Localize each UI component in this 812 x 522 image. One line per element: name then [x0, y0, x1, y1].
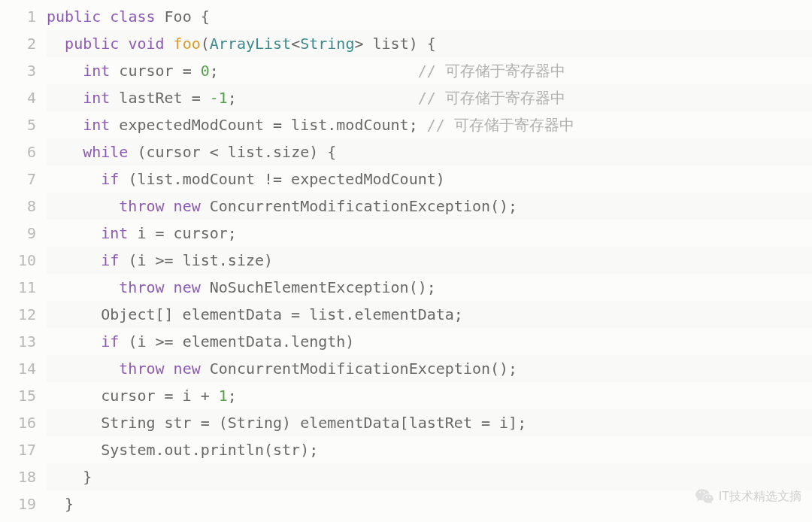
code-line: public class Foo {: [47, 3, 812, 30]
token-kw: if: [101, 170, 119, 188]
line-number: 18: [0, 463, 36, 490]
code-line: int expectedModCount = list.modCount; //…: [47, 111, 812, 138]
token-pln: (list.modCount != expectedModCount): [119, 170, 444, 188]
token-kw: int: [83, 116, 110, 134]
token-pln: (i >= elementData.length): [119, 332, 354, 351]
code-line: throw new ConcurrentModificationExceptio…: [47, 355, 812, 382]
token-kw: while: [83, 143, 128, 161]
token-pln: System.out.println(str);: [47, 441, 318, 459]
token-pln: Foo {: [156, 8, 210, 26]
line-number: 15: [0, 382, 36, 409]
token-kw: int: [83, 89, 110, 107]
token-pln: cursor =: [110, 62, 200, 80]
token-fn: foo: [174, 35, 201, 53]
token-cmt: // 可存储于寄存器中: [427, 116, 574, 134]
code-line: if (list.modCount != expectedModCount): [47, 165, 812, 193]
code-content: public class Foo { public void foo(Array…: [47, 3, 812, 519]
token-kw: throw: [119, 197, 164, 215]
token-pln: <: [291, 35, 300, 53]
token-pln: [101, 8, 110, 26]
line-number: 4: [0, 84, 36, 111]
token-pln: [47, 143, 83, 161]
token-pln: [47, 278, 119, 296]
token-pln: [47, 35, 65, 53]
token-kw: new: [174, 278, 201, 296]
token-pln: [47, 197, 119, 215]
token-pln: (: [201, 35, 210, 53]
code-line: int cursor = 0; // 可存储于寄存器中: [47, 57, 812, 84]
token-pln: (cursor < list.size) {: [128, 143, 336, 161]
code-line: if (i >= elementData.length): [47, 328, 812, 355]
token-kw: public: [47, 8, 101, 26]
token-pln: [47, 251, 101, 269]
token-pln: ConcurrentModificationException();: [201, 360, 517, 378]
token-pln: [165, 35, 174, 53]
token-pln: ConcurrentModificationException();: [201, 197, 517, 215]
token-kw: new: [174, 197, 201, 215]
token-num: 0: [201, 62, 210, 80]
code-line: int i = cursor;: [47, 220, 812, 247]
token-num: -1: [210, 89, 228, 107]
token-pln: ;: [210, 62, 418, 80]
token-pln: cursor = i +: [47, 387, 219, 405]
token-pln: String str = (String) elementData[lastRe…: [47, 414, 526, 432]
token-pln: Object[] elementData = list.elementData;: [47, 305, 463, 323]
token-pln: expectedModCount = list.modCount;: [110, 116, 426, 134]
token-type: String: [300, 35, 354, 53]
token-kw: class: [110, 8, 155, 26]
line-number: 6: [0, 138, 36, 165]
token-cmt: // 可存储于寄存器中: [418, 89, 565, 107]
line-number: 17: [0, 436, 36, 463]
token-pln: [119, 35, 128, 53]
line-number: 1: [0, 3, 36, 30]
token-pln: ;: [228, 89, 418, 107]
token-kw: int: [101, 224, 128, 242]
token-pln: > list) {: [354, 35, 435, 53]
token-pln: [47, 89, 83, 107]
token-pln: lastRet =: [110, 89, 209, 107]
line-number: 19: [0, 490, 36, 517]
line-number: 12: [0, 301, 36, 328]
token-pln: [47, 62, 83, 80]
code-line: }: [47, 490, 812, 517]
line-number: 14: [0, 355, 36, 382]
code-line: String str = (String) elementData[lastRe…: [47, 409, 812, 436]
token-type: ArrayList: [210, 35, 291, 53]
token-pln: [47, 360, 119, 378]
token-pln: [47, 170, 101, 188]
token-kw: throw: [119, 360, 164, 378]
token-pln: NoSuchElementException();: [201, 278, 436, 296]
token-kw: if: [101, 251, 119, 269]
code-line: System.out.println(str);: [47, 436, 812, 463]
code-line: int lastRet = -1; // 可存储于寄存器中: [47, 84, 812, 111]
code-line: public void foo(ArrayList<String> list) …: [47, 30, 812, 57]
line-number: 11: [0, 274, 36, 301]
token-pln: [47, 116, 83, 134]
token-kw: void: [128, 35, 164, 53]
token-kw: throw: [119, 278, 164, 296]
token-pln: [47, 332, 101, 351]
code-line: Object[] elementData = list.elementData;: [47, 301, 812, 328]
line-number: 16: [0, 409, 36, 436]
line-number: 8: [0, 193, 36, 220]
line-number: 10: [0, 247, 36, 274]
token-pln: (i >= list.size): [119, 251, 273, 269]
line-number: 2: [0, 30, 36, 57]
line-number-gutter: 12345678910111213141516171819: [0, 3, 47, 519]
line-number: 3: [0, 57, 36, 84]
code-line: if (i >= list.size): [47, 247, 812, 274]
token-pln: ;: [228, 387, 237, 405]
token-cmt: // 可存储于寄存器中: [418, 62, 565, 80]
code-line: throw new NoSuchElementException();: [47, 274, 812, 301]
token-kw: if: [101, 332, 119, 351]
token-pln: }: [47, 468, 92, 486]
code-line: }: [47, 463, 812, 490]
code-line: cursor = i + 1;: [47, 382, 812, 409]
line-number: 9: [0, 220, 36, 247]
line-number: 13: [0, 328, 36, 355]
token-pln: [47, 224, 101, 242]
code-line: while (cursor < list.size) {: [47, 138, 812, 165]
token-pln: [165, 197, 174, 215]
token-num: 1: [219, 387, 228, 405]
line-number: 7: [0, 165, 36, 193]
